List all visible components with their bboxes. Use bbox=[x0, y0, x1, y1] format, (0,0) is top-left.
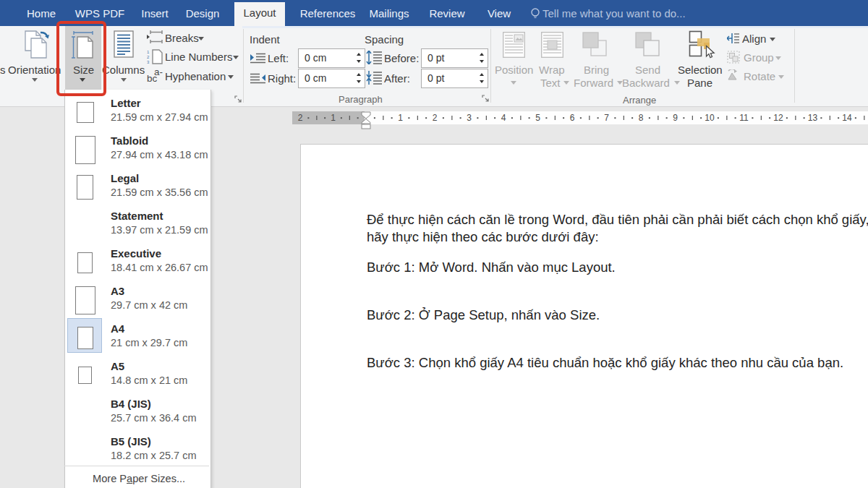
svg-text:5: 5 bbox=[535, 113, 540, 123]
svg-text:1: 1 bbox=[147, 50, 150, 54]
svg-text:13: 13 bbox=[808, 113, 818, 123]
svg-text:2: 2 bbox=[147, 55, 150, 59]
svg-text:2: 2 bbox=[298, 113, 303, 123]
svg-text:7: 7 bbox=[604, 113, 609, 123]
svg-text:11: 11 bbox=[739, 113, 749, 123]
svg-text:6: 6 bbox=[570, 113, 575, 123]
svg-text:3: 3 bbox=[467, 113, 472, 123]
svg-text:8: 8 bbox=[639, 113, 644, 123]
svg-text:12: 12 bbox=[773, 113, 783, 123]
svg-text:14: 14 bbox=[842, 113, 852, 123]
svg-text:3: 3 bbox=[147, 60, 150, 64]
svg-text:1: 1 bbox=[331, 113, 336, 123]
svg-text:10: 10 bbox=[705, 113, 715, 123]
svg-text:9: 9 bbox=[673, 113, 678, 123]
svg-text:1: 1 bbox=[398, 113, 403, 123]
svg-text:2: 2 bbox=[433, 113, 438, 123]
svg-text:4: 4 bbox=[501, 113, 506, 123]
